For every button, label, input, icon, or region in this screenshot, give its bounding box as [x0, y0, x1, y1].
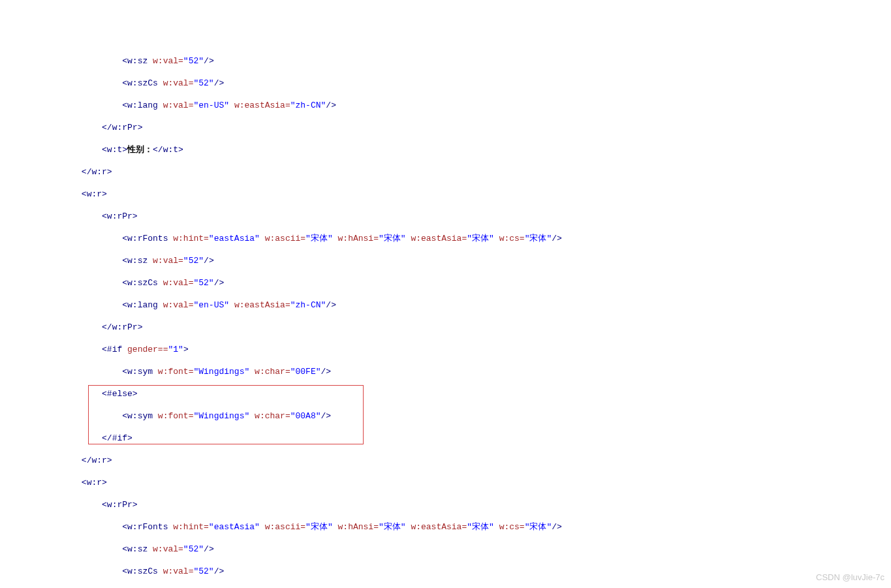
code-line: <w:t>性别：</w:t>: [0, 144, 891, 155]
code-line: <w:szCs w:val="52"/>: [0, 277, 891, 288]
code-line: <w:lang w:val="en-US" w:eastAsia="zh-CN"…: [0, 300, 891, 311]
code-line: <w:szCs w:val="52"/>: [0, 78, 891, 89]
code-line: <w:rFonts w:hint="eastAsia" w:ascii="宋体"…: [0, 521, 891, 533]
code-line: <w:rPr>: [0, 211, 891, 222]
code-line: <w:r>: [0, 477, 891, 488]
code-line: </w:r>: [0, 166, 891, 178]
code-line: <w:lang w:val="en-US" w:eastAsia="zh-CN"…: [0, 100, 891, 111]
code-line: <w:sz w:val="52"/>: [0, 55, 891, 67]
code-line: <w:sym w:font="Wingdings" w:char="00A8"/…: [0, 410, 891, 422]
code-line: <w:r>: [0, 189, 891, 200]
code-line: </w:rPr>: [0, 322, 891, 333]
code-line: <#if gender=="1">: [0, 344, 891, 355]
code-line: <w:szCs w:val="52"/>: [0, 566, 891, 577]
code-line: </w:r>: [0, 455, 891, 466]
code-view: <w:sz w:val="52"/> <w:szCs w:val="52"/> …: [0, 44, 891, 588]
code-line: </w:rPr>: [0, 122, 891, 133]
code-line: <w:sym w:font="Wingdings" w:char="00FE"/…: [0, 366, 891, 377]
watermark: CSDN @luvJie-7c: [816, 572, 884, 583]
code-line: <w:rFonts w:hint="eastAsia" w:ascii="宋体"…: [0, 233, 891, 244]
code-line: <#else>: [0, 388, 891, 399]
code-line: <w:rPr>: [0, 499, 891, 510]
code-line: </#if>: [0, 433, 891, 444]
code-line: <w:sz w:val="52"/>: [0, 255, 891, 266]
code-line: <w:sz w:val="52"/>: [0, 544, 891, 555]
